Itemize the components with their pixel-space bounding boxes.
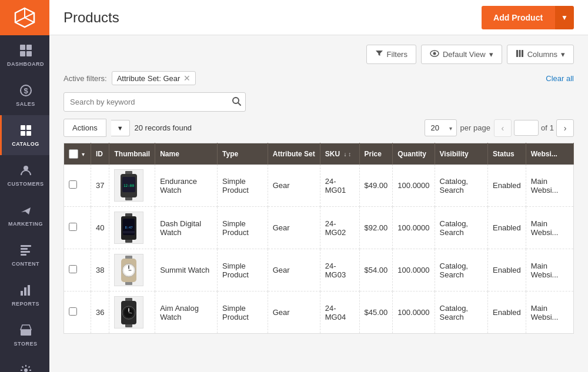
row-checkbox[interactable] [69, 307, 77, 316]
svg-text:8:47: 8:47 [125, 226, 133, 229]
row-websites: Main Websi... [526, 249, 573, 291]
row-price: $54.00 [359, 249, 393, 291]
th-name: Name [155, 143, 218, 165]
sidebar-logo[interactable] [0, 0, 49, 35]
page-next-button[interactable]: › [556, 119, 574, 137]
row-websites: Main Websi... [526, 165, 573, 207]
row-status: Enabled [488, 207, 526, 249]
actions-dropdown-button[interactable]: ▼ [111, 120, 130, 136]
row-thumbnail [109, 249, 155, 291]
active-filters-label: Active filters: [64, 74, 107, 83]
row-status: Enabled [488, 249, 526, 291]
svg-point-11 [24, 166, 28, 170]
page-header: Products Add Product ▼ [49, 0, 588, 35]
row-attribute-set: Gear [268, 291, 320, 334]
row-websites: Main Websi... [526, 207, 573, 249]
row-checkbox[interactable] [69, 180, 77, 189]
eye-icon [430, 50, 439, 59]
row-price: $92.00 [359, 207, 393, 249]
header-checkbox-button[interactable] [69, 149, 78, 159]
sidebar-item-reports[interactable]: REPORTS [0, 275, 49, 315]
table-row: 38 Summit Watch Simple Product Gear 24-M… [64, 249, 574, 291]
row-sku: 24-MG04 [320, 291, 359, 334]
th-type: Type [218, 143, 268, 165]
svg-rect-13 [21, 248, 28, 250]
columns-arrow-icon: ▾ [561, 50, 565, 59]
customers-icon [19, 164, 32, 179]
toolbar-top: Filters Default View ▾ Columns ▾ [64, 45, 574, 64]
page-of-label: of [541, 123, 547, 132]
row-name: Endurance Watch [155, 165, 218, 207]
th-sku[interactable]: SKU ↓ [320, 143, 359, 165]
svg-rect-24 [519, 50, 520, 57]
sidebar-item-customers-label: CUSTOMERS [8, 181, 44, 187]
row-checkbox[interactable] [69, 223, 77, 231]
filters-button[interactable]: Filters [366, 45, 416, 64]
row-id: 40 [91, 207, 109, 249]
actions-button[interactable]: Actions [64, 119, 106, 137]
table-body: 37 12:00 Endurance Watch Simple Product … [64, 165, 574, 334]
svg-rect-10 [26, 131, 31, 136]
sidebar-item-reports-label: REPORTS [12, 301, 39, 307]
row-type: Simple Product [218, 165, 268, 207]
row-checkbox[interactable] [69, 265, 77, 273]
row-type: Simple Product [218, 249, 268, 291]
row-type: Simple Product [218, 291, 268, 334]
row-checkbox-cell [64, 291, 91, 334]
row-checkbox-cell [64, 249, 91, 291]
page-current-input[interactable]: 1 [514, 120, 539, 136]
svg-rect-15 [21, 254, 26, 256]
svg-rect-19 [21, 330, 31, 336]
svg-rect-4 [26, 51, 32, 56]
row-name: Dash Digital Watch [155, 207, 218, 249]
sidebar-item-sales[interactable]: $ SALES [0, 75, 49, 115]
th-checkbox: ▾ [64, 143, 91, 165]
svg-rect-18 [28, 285, 30, 296]
dashboard-icon [19, 44, 32, 59]
sidebar-item-catalog[interactable]: CATALOG [0, 115, 49, 155]
row-name: Aim Analog Watch [155, 291, 218, 334]
filter-remove-button[interactable]: ✕ [183, 73, 191, 83]
sidebar-item-system[interactable]: SYSTEM [0, 355, 49, 372]
add-product-dropdown-button[interactable]: ▼ [554, 6, 574, 29]
svg-rect-16 [21, 291, 23, 296]
marketing-icon [19, 204, 32, 219]
svg-rect-2 [26, 45, 32, 50]
per-page-label: per page [460, 123, 490, 132]
add-product-button[interactable]: Add Product [482, 6, 554, 29]
row-price: $49.00 [359, 165, 393, 207]
row-thumbnail [109, 291, 155, 334]
sidebar-item-stores[interactable]: STORES [0, 315, 49, 355]
search-submit-button[interactable] [232, 96, 241, 108]
pagination: 20 30 50 ▾ per page ‹ 1 of 1 › [425, 119, 574, 137]
th-status: Status [488, 143, 526, 165]
row-id: 37 [91, 165, 109, 207]
row-quantity: 100.0000 [393, 207, 435, 249]
row-status: Enabled [488, 165, 526, 207]
sidebar-item-dashboard[interactable]: DASHBOARD [0, 35, 49, 75]
clear-all-link[interactable]: Clear all [546, 74, 574, 83]
sidebar-item-customers[interactable]: CUSTOMERS [0, 155, 49, 195]
default-view-arrow-icon: ▾ [489, 50, 493, 59]
row-type: Simple Product [218, 207, 268, 249]
header-checkbox-arrow-button[interactable]: ▾ [81, 151, 86, 157]
svg-rect-1 [20, 45, 25, 50]
svg-point-22 [433, 52, 436, 55]
sidebar-item-marketing[interactable]: MARKETING [0, 195, 49, 235]
svg-rect-9 [21, 131, 25, 136]
sku-sort-icon: ↓ [343, 151, 346, 157]
page-total-label: 1 [550, 123, 554, 132]
sidebar-item-content[interactable]: CONTENT [0, 235, 49, 275]
search-input[interactable] [64, 92, 246, 112]
default-view-button[interactable]: Default View ▾ [421, 45, 502, 64]
svg-point-20 [24, 368, 28, 372]
sidebar-item-dashboard-label: DASHBOARD [7, 61, 44, 67]
per-page-select[interactable]: 20 30 50 [425, 119, 457, 136]
row-status: Enabled [488, 291, 526, 334]
row-visibility: Catalog, Search [435, 249, 487, 291]
table-header-row: ▾ ID Thumbnail Name Type Attribute Set S… [64, 143, 574, 165]
columns-button[interactable]: Columns ▾ [507, 45, 574, 64]
svg-rect-7 [21, 125, 25, 130]
default-view-label: Default View [443, 50, 486, 59]
page-prev-button[interactable]: ‹ [494, 119, 512, 137]
